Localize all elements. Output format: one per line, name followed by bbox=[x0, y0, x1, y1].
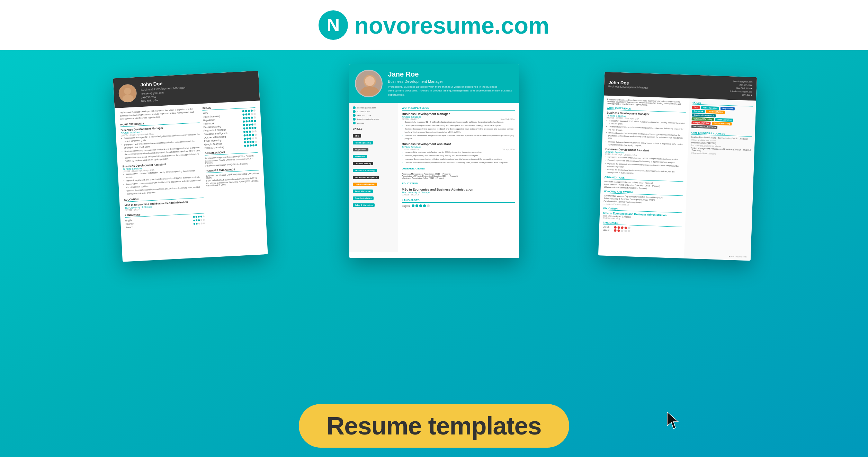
sidebar-location: New York, USA bbox=[357, 114, 371, 116]
r-skill-seo: SEO bbox=[692, 106, 700, 109]
resume-card-center[interactable]: Jane Roe Business Development Manager Pr… bbox=[349, 64, 519, 258]
svg-text:N: N bbox=[327, 15, 340, 35]
r-conf-title: CONFERENCES & COURSES bbox=[691, 131, 752, 137]
location: New York, USA bbox=[141, 99, 158, 102]
resume-cards-container: John Doe Business Development Manager jo… bbox=[0, 64, 868, 258]
sidebar-linkedin: linkedin.com/m/jane.roe bbox=[357, 118, 379, 120]
sidebar-phone: 202-555-0166 bbox=[357, 111, 370, 113]
card-right-body: Professional Business Developer with mor… bbox=[598, 95, 756, 260]
r-skills-title: SKILLS bbox=[692, 101, 753, 106]
lang-english-center: English bbox=[402, 204, 515, 207]
work-title-center: WORK EXPERIENCE bbox=[402, 106, 515, 111]
c-edu-degree: MSc in Economics and Business Administra… bbox=[402, 188, 515, 191]
card-left-info: John Doe Business Development Manager jo… bbox=[140, 79, 186, 103]
lang-center: LANGUAGES bbox=[402, 199, 515, 203]
card-center-sidebar: jane.roe@gmail.com 202-555-0166 New York… bbox=[349, 103, 398, 252]
r-skill-negotiation: Negotiation bbox=[721, 107, 735, 110]
phone-icon bbox=[353, 110, 356, 113]
resume-card-right[interactable]: John Doe Business Development Manager jo… bbox=[598, 72, 757, 261]
avatar-center bbox=[355, 70, 383, 97]
summary-left: Professional Business Developer with mor… bbox=[119, 107, 199, 121]
card-right-contact: john.doe@gmail.com 292-555-0166 New York… bbox=[730, 80, 753, 97]
skill-team-center: Teamwork bbox=[353, 155, 367, 158]
r-skill-sales: Sales & Marketing bbox=[712, 122, 732, 125]
skill-outbound-center: Outbound Marketing bbox=[353, 183, 377, 186]
skill-emotional-center: Emotional Intelligence bbox=[353, 176, 379, 179]
card-center-main: WORK EXPERIENCE Business Development Man… bbox=[398, 103, 519, 252]
skill-decision-center: Decision Making bbox=[353, 162, 373, 165]
r-skill-decision: Decision Making bbox=[706, 110, 725, 114]
c-j2b2: Planned, supervised, and coordinated dai… bbox=[402, 154, 515, 157]
card-left-body: Professional Business Developer with mor… bbox=[115, 100, 266, 233]
card-center-title: Business Development Manager bbox=[388, 79, 513, 84]
logo-area: N novoresume.com bbox=[0, 0, 868, 50]
skill-research-center: Research & Strategy bbox=[353, 169, 377, 172]
c-j2b3: Improved the communication with the Mark… bbox=[402, 158, 515, 161]
brand-name: novoresume.com bbox=[354, 12, 549, 39]
card-right-side: SKILLS SEO Public Speaking Negotiation T… bbox=[684, 98, 756, 260]
skill-public-center: Public Speaking bbox=[353, 141, 373, 144]
c-j2b4: Directed the creation and implementation… bbox=[402, 161, 515, 164]
skill-email-center: Email Marketing bbox=[353, 190, 373, 193]
bottom-banner-area: Resume templates bbox=[0, 395, 868, 457]
orgs-center: ORGANIZATIONS bbox=[402, 167, 515, 171]
banner-label: Resume templates bbox=[326, 412, 541, 440]
card-center-header: Jane Roe Business Development Manager Pr… bbox=[349, 64, 519, 103]
skills-section-center: SKILLS bbox=[353, 127, 394, 130]
r-skill-outbound: Outbound Marketing bbox=[692, 117, 714, 121]
resume-templates-banner[interactable]: Resume templates bbox=[299, 404, 569, 448]
skill-neg-center: Negotiation bbox=[353, 148, 368, 151]
n-logo-icon: N bbox=[319, 10, 348, 40]
card-left-main: Professional Business Developer with mor… bbox=[119, 107, 205, 230]
c-j1b1: Successfully managed $2 - 3 million budg… bbox=[402, 121, 515, 124]
r-skill-emotional: Emotional Intelligence bbox=[692, 113, 716, 117]
sidebar-email: jane.roe@gmail.com bbox=[357, 107, 376, 109]
skill-sales-center: Sales & Marketing bbox=[353, 203, 375, 207]
c-job2-company: AirState Solutions bbox=[402, 146, 515, 148]
c-job1-meta: 09/2014 - 06/2017New York, USA bbox=[402, 118, 515, 120]
sidebar-contacts: jane.roe@gmail.com 202-555-0166 New York… bbox=[353, 106, 394, 124]
skill-analytics-center: Google Analytics bbox=[353, 196, 374, 200]
card-center-info: Jane Roe Business Development Manager Pr… bbox=[388, 70, 513, 97]
card-left-side: SKILLS SEO Public Speaking bbox=[202, 104, 261, 225]
avatar-left bbox=[118, 84, 137, 103]
linkedin-icon bbox=[353, 118, 356, 121]
edu-center: EDUCATION bbox=[402, 182, 515, 186]
card-right-main: Professional Business Developer with mor… bbox=[598, 95, 690, 257]
c-job2-meta: 06/2012 - 08/2014Chicago, USA bbox=[402, 148, 515, 150]
c-j2b1: Increased the customer satisfaction rate… bbox=[402, 151, 515, 154]
c-job1-title: Business Development Manager bbox=[402, 112, 515, 116]
c-j1b3: Reviewed constantly the customer feedbac… bbox=[402, 128, 515, 134]
location-icon bbox=[353, 114, 356, 117]
card-center-desc: Professional Business Developer with mor… bbox=[388, 85, 513, 97]
resume-card-left[interactable]: John Doe Business Development Manager jo… bbox=[113, 71, 268, 262]
brand-logo[interactable]: N novoresume.com bbox=[0, 10, 868, 40]
c-j1b4: Ensured that new clients will grow into … bbox=[402, 134, 515, 140]
skill-seo-center: SEO bbox=[353, 134, 361, 138]
email-icon bbox=[353, 106, 356, 109]
web-icon bbox=[353, 122, 356, 124]
svg-marker-9 bbox=[667, 412, 678, 429]
c-j1b2: Developed and implemented new marketing … bbox=[402, 124, 515, 127]
c-edu-school: The University of Chicago bbox=[402, 191, 515, 194]
cursor-arrow bbox=[667, 412, 681, 429]
r-skill-analytics: Google Analytics bbox=[692, 121, 711, 125]
card-center-name: Jane Roe bbox=[388, 70, 513, 78]
r-skill-social: Social Media Advertising bbox=[691, 125, 717, 129]
r-skill-teamwork: Teamwork bbox=[692, 109, 705, 113]
c-job2-title: Business Development Assistant bbox=[402, 142, 515, 146]
c-edu-dates: 09/2008 - 06/2012 bbox=[402, 194, 515, 196]
svg-point-8 bbox=[365, 76, 375, 86]
r-watermark: ■ novoresume.com bbox=[729, 255, 746, 258]
right-web: john.doe ■ bbox=[730, 93, 752, 97]
r-skill-public-speaking: Public Speaking bbox=[701, 106, 719, 110]
right-summary: Professional Business Developer with mor… bbox=[607, 98, 686, 107]
c-job1-company: AirState Solutions bbox=[402, 116, 515, 118]
sidebar-web: jane.roe bbox=[357, 122, 365, 124]
phone: 292-555-0166 bbox=[141, 95, 156, 98]
card-center-body: jane.roe@gmail.com 202-555-0166 New York… bbox=[349, 103, 519, 252]
r-skill-email: Email Marketing bbox=[715, 118, 733, 122]
card-left-contact: john.doe@gmail.com 292-555-0166 New York… bbox=[141, 90, 187, 103]
org-list-center: American Management Association (2015 – … bbox=[402, 173, 515, 179]
email: john.doe@gmail.com bbox=[141, 91, 164, 95]
